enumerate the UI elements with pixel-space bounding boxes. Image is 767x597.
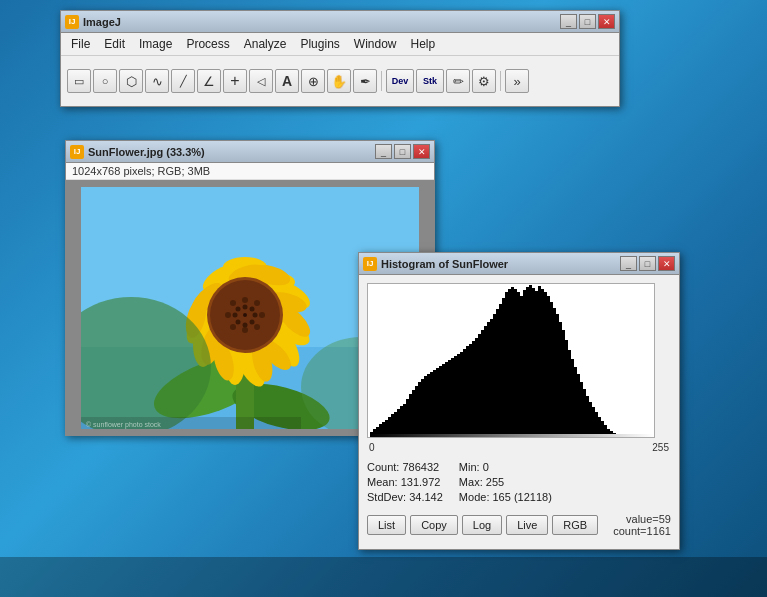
svg-rect-114 bbox=[565, 340, 568, 434]
svg-rect-64 bbox=[415, 386, 418, 434]
value-display: value=59 count=1161 bbox=[613, 513, 671, 537]
imagej-titlebar[interactable]: IJ ImageJ _ □ ✕ bbox=[61, 11, 619, 33]
svg-rect-70 bbox=[433, 370, 436, 434]
svg-rect-88 bbox=[487, 322, 490, 434]
mean-label: Mean: bbox=[367, 476, 398, 488]
svg-rect-110 bbox=[553, 308, 556, 434]
stats-right: Min: 0 Max: 255 Mode: 165 (12118) bbox=[459, 461, 552, 503]
menu-process[interactable]: Process bbox=[180, 35, 235, 53]
svg-rect-49 bbox=[370, 432, 373, 434]
histogram-content: 0 255 Count: 786432 Mean: 131.972 StdDev… bbox=[359, 275, 679, 549]
tool-point[interactable]: + bbox=[223, 69, 247, 93]
tool-eyedropper[interactable]: ✒ bbox=[353, 69, 377, 93]
svg-rect-61 bbox=[406, 399, 409, 434]
svg-rect-123 bbox=[592, 407, 595, 434]
copy-button[interactable]: Copy bbox=[410, 515, 458, 535]
tool-freehand[interactable]: ∿ bbox=[145, 69, 169, 93]
tool-dev[interactable]: Dev bbox=[386, 69, 414, 93]
svg-rect-129 bbox=[610, 431, 613, 434]
svg-rect-86 bbox=[481, 330, 484, 434]
tool-magnify[interactable]: ⊕ bbox=[301, 69, 325, 93]
svg-rect-104 bbox=[535, 291, 538, 434]
svg-rect-113 bbox=[562, 330, 565, 434]
svg-rect-82 bbox=[469, 344, 472, 434]
svg-point-42 bbox=[233, 312, 238, 317]
histogram-close-btn[interactable]: ✕ bbox=[658, 256, 675, 271]
svg-point-32 bbox=[242, 327, 248, 333]
svg-rect-103 bbox=[532, 288, 535, 434]
svg-rect-74 bbox=[445, 362, 448, 434]
tool-pencil[interactable]: ✏ bbox=[446, 69, 470, 93]
menu-file[interactable]: File bbox=[65, 35, 96, 53]
imagej-icon: IJ bbox=[65, 15, 79, 29]
live-button[interactable]: Live bbox=[506, 515, 548, 535]
tool-stk[interactable]: Stk bbox=[416, 69, 444, 93]
list-button[interactable]: List bbox=[367, 515, 406, 535]
tool-hand[interactable]: ✋ bbox=[327, 69, 351, 93]
svg-rect-85 bbox=[478, 334, 481, 434]
mode-stat: Mode: 165 (12118) bbox=[459, 491, 552, 503]
mode-label: Mode: bbox=[459, 491, 490, 503]
sunflower-close-btn[interactable]: ✕ bbox=[413, 144, 430, 159]
histogram-maximize-btn[interactable]: □ bbox=[639, 256, 656, 271]
mode-value: 165 (12118) bbox=[493, 491, 552, 503]
svg-rect-83 bbox=[472, 341, 475, 434]
toolbar-separator-1 bbox=[381, 71, 382, 91]
tool-polygon[interactable]: ⬡ bbox=[119, 69, 143, 93]
svg-rect-76 bbox=[451, 358, 454, 434]
sunflower-title: SunFlower.jpg (33.3%) bbox=[88, 146, 375, 158]
histogram-stats: Count: 786432 Mean: 131.972 StdDev: 34.1… bbox=[367, 461, 671, 503]
min-stat: Min: 0 bbox=[459, 461, 552, 473]
imagej-close-btn[interactable]: ✕ bbox=[598, 14, 615, 29]
svg-rect-79 bbox=[460, 352, 463, 434]
menu-image[interactable]: Image bbox=[133, 35, 178, 53]
axis-max: 255 bbox=[652, 442, 669, 453]
count-stat: Count: 786432 bbox=[367, 461, 443, 473]
sunflower-minimize-btn[interactable]: _ bbox=[375, 144, 392, 159]
imagej-maximize-btn[interactable]: □ bbox=[579, 14, 596, 29]
tool-text[interactable]: A bbox=[275, 69, 299, 93]
svg-rect-122 bbox=[589, 402, 592, 434]
tool-wand[interactable]: ◁ bbox=[249, 69, 273, 93]
svg-rect-59 bbox=[400, 406, 403, 434]
menu-analyze[interactable]: Analyze bbox=[238, 35, 293, 53]
tool-line[interactable]: ╱ bbox=[171, 69, 195, 93]
histogram-icon: IJ bbox=[363, 257, 377, 271]
menu-window[interactable]: Window bbox=[348, 35, 403, 53]
histogram-window: IJ Histogram of SunFlower _ □ ✕ bbox=[358, 252, 680, 550]
histogram-minimize-btn[interactable]: _ bbox=[620, 256, 637, 271]
svg-rect-91 bbox=[496, 309, 499, 434]
sunflower-icon: IJ bbox=[70, 145, 84, 159]
tool-oval[interactable]: ○ bbox=[93, 69, 117, 93]
sunflower-maximize-btn[interactable]: □ bbox=[394, 144, 411, 159]
sunflower-image-info: 1024x768 pixels; RGB; 3MB bbox=[66, 163, 434, 180]
histogram-chart bbox=[367, 283, 655, 438]
svg-rect-118 bbox=[577, 374, 580, 434]
menu-plugins[interactable]: Plugins bbox=[294, 35, 345, 53]
tool-angle[interactable]: ∠ bbox=[197, 69, 221, 93]
tool-arrow-right[interactable]: » bbox=[505, 69, 529, 93]
imagej-window: IJ ImageJ _ □ ✕ File Edit Image Process … bbox=[60, 10, 620, 107]
menu-edit[interactable]: Edit bbox=[98, 35, 131, 53]
rgb-button[interactable]: RGB bbox=[552, 515, 598, 535]
svg-point-36 bbox=[243, 304, 248, 309]
pixel-count: count=1161 bbox=[613, 525, 671, 537]
log-button[interactable]: Log bbox=[462, 515, 502, 535]
svg-text:© sunflower photo stock: © sunflower photo stock bbox=[86, 421, 161, 429]
max-stat: Max: 255 bbox=[459, 476, 552, 488]
pixel-value: value=59 bbox=[613, 513, 671, 525]
sunflower-titlebar[interactable]: IJ SunFlower.jpg (33.3%) _ □ ✕ bbox=[66, 141, 434, 163]
menu-help[interactable]: Help bbox=[405, 35, 442, 53]
histogram-buttons: List Copy Log Live RGB value=59 count=11… bbox=[367, 513, 671, 537]
stddev-value: 34.142 bbox=[409, 491, 443, 503]
svg-rect-51 bbox=[376, 427, 379, 434]
tool-gear[interactable]: ⚙ bbox=[472, 69, 496, 93]
axis-min: 0 bbox=[369, 442, 375, 453]
tool-rectangle[interactable]: ▭ bbox=[67, 69, 91, 93]
svg-rect-101 bbox=[526, 287, 529, 434]
svg-rect-66 bbox=[421, 379, 424, 434]
imagej-minimize-btn[interactable]: _ bbox=[560, 14, 577, 29]
svg-rect-69 bbox=[430, 372, 433, 434]
svg-point-35 bbox=[236, 306, 241, 311]
histogram-titlebar[interactable]: IJ Histogram of SunFlower _ □ ✕ bbox=[359, 253, 679, 275]
